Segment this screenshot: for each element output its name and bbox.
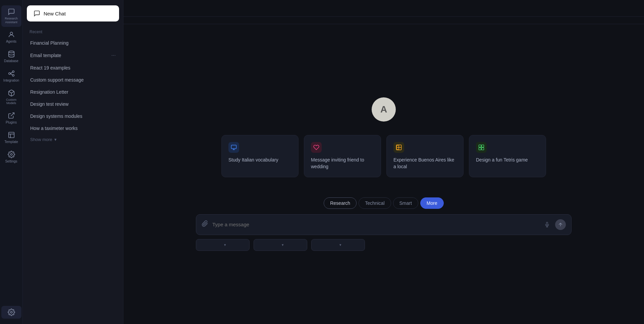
svg-point-4 [12,74,14,76]
svg-line-6 [10,74,12,75]
chat-bubble-icon [8,8,15,15]
mode-tab-more[interactable]: More [420,197,444,209]
input-area: ▾ ▾ ▾ [196,214,572,251]
sidebar-label-template: Template [4,140,18,144]
svg-point-1 [8,51,14,53]
show-more-label: Show more [30,137,52,142]
svg-rect-23 [482,148,484,150]
chat-item-taximeter[interactable]: How a taximeter works [27,122,119,134]
mode-tab-research[interactable]: Research [324,197,357,209]
mode-tab-smart[interactable]: Smart [393,197,418,209]
chat-item-label: React 19 examples [30,65,116,71]
suggestion-card-wedding[interactable]: Message inviting friend to wedding [304,135,381,177]
svg-rect-21 [482,145,484,147]
dropdown-3[interactable]: ▾ [311,239,365,251]
dropdown-2-chevron: ▾ [282,243,302,247]
chat-item-label: Design systems modules [30,113,116,119]
message-input-wrapper [196,214,572,235]
chat-item-design-test-review[interactable]: Design test review [27,98,119,110]
svg-rect-22 [479,148,481,150]
chat-item-label: Design test review [30,101,116,107]
template-icon [8,131,15,139]
microphone-button[interactable] [542,219,552,230]
dropdowns-row: ▾ ▾ ▾ [196,239,572,251]
card-icon-buenos-aires [393,142,404,153]
chat-item-label: Resignation Letter [30,89,116,95]
card-icon-italian [228,142,239,153]
card-icon-tetris [476,142,487,153]
settings-icon [8,151,15,158]
gear-bottom-button[interactable] [1,306,21,319]
new-chat-icon [34,10,40,17]
chat-sidebar: New Chat Recent Financial Planning Email… [23,0,123,324]
show-more-chevron: ▾ [54,137,57,142]
svg-line-5 [10,72,12,73]
svg-point-3 [12,71,14,73]
database-icon [8,50,15,58]
integration-icon [8,70,15,77]
sidebar-label-research: Research Assistant [5,17,18,24]
chat-item-react-19[interactable]: React 19 examples [27,62,119,74]
sidebar-bottom [1,306,21,319]
plug-icon [8,112,15,119]
icon-sidebar: Research Assistant Agents Database Integ… [0,0,23,324]
svg-rect-14 [231,145,236,149]
chat-item-design-systems[interactable]: Design systems modules [27,110,119,122]
input-right-icons [542,219,566,230]
main-content: A Study Italian vocabulary Message invit… [123,0,644,324]
chat-item-options[interactable]: ··· [111,52,116,58]
chat-item-resignation-letter[interactable]: Resignation Letter [27,86,119,98]
sidebar-item-plugins[interactable]: Plugins [1,109,21,127]
sidebar-label-database: Database [4,59,18,63]
sidebar-label-custom-models: Custom Models [6,98,16,105]
show-more-button[interactable]: Show more ▾ [27,134,119,145]
chat-item-label: How a taximeter works [30,126,116,131]
card-label-buenos-aires: Experience Buenos Aires like a local [393,157,457,170]
second-bar [123,17,644,24]
top-bar [123,0,644,17]
suggestion-card-italian[interactable]: Study Italian vocabulary [221,135,299,177]
svg-line-8 [11,113,14,116]
chat-item-financial-planning[interactable]: Financial Planning [27,37,119,49]
recent-section-label: Recent [27,28,119,37]
sidebar-item-database[interactable]: Database [1,48,21,66]
card-icon-wedding [311,142,322,153]
svg-point-2 [8,73,10,75]
chat-area: A Study Italian vocabulary Message invit… [123,24,644,324]
svg-point-12 [10,153,12,155]
cube-icon [8,89,15,97]
dropdown-1-chevron: ▾ [224,243,245,247]
attach-icon[interactable] [202,220,208,229]
suggestion-cards-container: Study Italian vocabulary Message invitin… [221,135,546,177]
card-label-italian: Study Italian vocabulary [228,157,291,164]
sidebar-item-integration[interactable]: Integration [1,67,21,85]
mode-tab-technical[interactable]: Technical [359,197,391,209]
sidebar-label-plugins: Plugins [6,121,17,125]
suggestion-card-buenos-aires[interactable]: Experience Buenos Aires like a local [386,135,464,177]
suggestion-card-tetris[interactable]: Design a fun Tetris game [469,135,546,177]
new-chat-button[interactable]: New Chat [27,5,119,21]
sidebar-item-template[interactable]: Template [1,129,21,147]
sidebar-item-settings[interactable]: Settings [1,148,21,166]
dropdown-3-chevron: ▾ [339,243,360,247]
avatar-letter: A [380,104,387,115]
dropdown-2[interactable]: ▾ [254,239,307,251]
sidebar-label-integration: Integration [3,79,19,83]
chat-item-email-template[interactable]: Email template ··· [27,49,119,62]
chat-item-label: Email template [30,53,111,58]
dropdown-1[interactable]: ▾ [196,239,250,251]
chat-item-custom-support[interactable]: Custom support message [27,74,119,86]
sidebar-item-agents[interactable]: Agents [1,28,21,46]
avatar: A [372,97,396,122]
chat-item-label: Financial Planning [30,40,116,46]
sidebar-label-agents: Agents [6,40,16,44]
svg-point-0 [10,32,12,34]
sidebar-item-research-assistant[interactable]: Research Assistant [1,5,21,27]
sidebar-label-settings: Settings [5,159,17,164]
send-button[interactable] [555,219,566,230]
sidebar-item-custom-models[interactable]: Custom Models [1,87,21,108]
card-label-tetris: Design a fun Tetris game [476,157,539,164]
message-input[interactable] [212,222,538,227]
new-chat-label: New Chat [44,11,66,16]
agents-icon [8,31,15,38]
